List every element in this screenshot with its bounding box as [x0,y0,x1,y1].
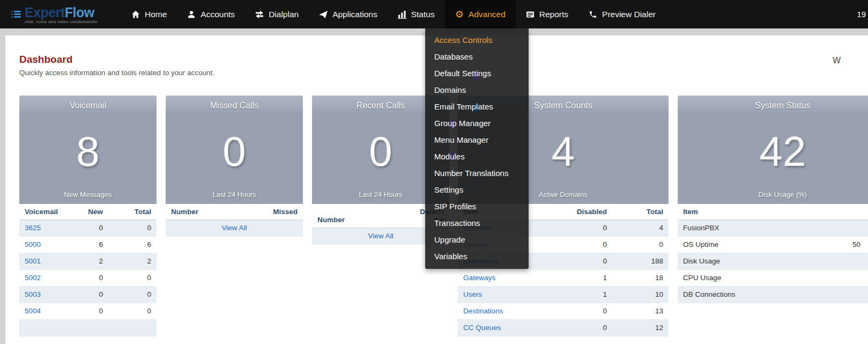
paper-plane-icon [319,10,328,19]
count-item-link[interactable]: Users [463,290,482,298]
status-item: FusionPBX [678,220,847,237]
nav-item-label: Applications [332,10,377,19]
nav-item-label: Status [411,10,435,19]
view-all-link[interactable]: View All [368,232,393,240]
missed-calls-count: 0 [166,115,303,172]
menu-item-number-translations[interactable]: Number Translations [425,165,529,181]
table-row: 5003 0 0 [19,287,157,303]
table-row: 5001 2 2 [19,253,157,270]
brand-logo[interactable]: ExpertFlow chat, voice and video contact… [14,5,121,24]
cell-total: 4 [612,220,669,237]
menu-item-menu-manager[interactable]: Menu Manager [425,131,529,148]
cell-disabled: 1 [559,270,612,287]
bar-chart-icon [398,10,406,19]
nav-item-status[interactable]: Status [388,0,445,28]
column-header-disabled: Disabled [559,204,612,220]
column-header-total: Total [108,204,157,220]
cell-disabled: 1 [559,287,612,303]
panel-title: Voicemail [19,96,157,115]
nav-item-home[interactable]: Home [121,0,177,28]
table-row-empty [19,320,157,336]
voicemail-extension-link[interactable]: 3625 [25,224,41,232]
missed-calls-count-label: Last 24 Hours [166,191,303,199]
page-title: Dashboard [19,54,72,65]
home-icon [131,10,140,19]
menu-item-default-settings[interactable]: Default Settings [425,65,529,82]
column-header-item: Item [678,204,847,220]
menu-item-domains[interactable]: Domains [425,82,529,98]
table-row: 5000 6 6 [19,237,157,253]
table-row: OS Uptime 50 [678,237,868,253]
column-header-value [847,204,868,220]
table-row: Gateways 1 18 [458,270,669,287]
panel-system-status: System Status 42 Disk Usage (%) Item Fus… [678,96,868,303]
column-header-missed: Missed [249,204,303,220]
cell-total: 10 [612,287,669,303]
menu-item-access-controls[interactable]: Access Controls [425,32,529,48]
voicemail-extension-link[interactable]: 5000 [25,240,41,248]
nav-item-accounts[interactable]: Accounts [177,0,245,28]
page-subtitle: Quickly access information and tools rel… [19,69,214,77]
status-value: 50 [847,237,868,253]
brand-logo-icon [14,11,21,18]
table-row: FusionPBX [678,220,868,237]
column-header-number: Number [166,204,249,220]
status-item: DB Connections [678,287,847,303]
column-header-new: New [65,204,108,220]
cell-new: 2 [65,253,108,270]
menu-item-email-templates[interactable]: Email Templates [425,98,529,115]
status-item: CPU Usage [678,270,847,287]
voicemail-extension-link[interactable]: 5004 [25,307,41,315]
cell-total: 12 [612,320,669,336]
nav-item-preview-dialer[interactable]: Preview Dialer [578,0,666,28]
cell-new: 0 [65,287,108,303]
menu-item-databases[interactable]: Databases [425,48,529,65]
menu-item-transactions[interactable]: Transactions [425,215,529,231]
menu-item-upgrade[interactable]: Upgrade [425,231,529,248]
cell-disabled: 0 [559,303,612,320]
cell-new: 0 [65,270,108,287]
nav-item-label: Accounts [201,10,235,19]
column-header-voicemail: Voicemail [19,204,65,220]
nav-item-reports[interactable]: Reports [516,0,578,28]
count-item-link[interactable]: Gateways [463,274,495,282]
cell-disabled: 0 [559,237,612,253]
menu-item-modules[interactable]: Modules [425,148,529,165]
count-item-link[interactable]: CC Queues [463,324,501,332]
menu-item-group-manager[interactable]: Group Manager [425,115,529,131]
brand-text: ExpertFlow chat, voice and video contact… [25,5,98,24]
view-all-link[interactable]: View All [221,224,247,232]
swap-arrows-icon [255,10,264,19]
advanced-dropdown-menu: Access Controls Databases Default Settin… [425,28,529,269]
column-header-total: Total [612,204,669,220]
menu-item-sip-profiles[interactable]: SIP Profiles [425,198,529,215]
nav-item-dialplan[interactable]: Dialplan [245,0,309,28]
user-icon [187,10,196,19]
voicemail-extension-link[interactable]: 5002 [25,274,41,282]
status-value [847,270,868,287]
status-value [847,253,868,270]
nav-item-advanced[interactable]: ⚙ Advanced [445,0,516,28]
menu-item-variables[interactable]: Variables [425,248,529,265]
brand-name-secondary: Flow [65,5,94,20]
panel-hud[interactable]: 42 Disk Usage (%) [678,115,868,204]
disk-usage-count: 42 [678,115,868,172]
panel-title: Missed Calls [166,96,303,115]
voicemail-extension-link[interactable]: 5003 [25,290,41,298]
cell-total: 0 [108,220,157,237]
welcome-text: W [833,56,841,65]
gear-icon: ⚙ [455,10,464,19]
menu-item-settings[interactable]: Settings [425,181,529,198]
nav-item-label: Dialplan [269,10,299,19]
count-item-link[interactable]: Destinations [463,307,503,315]
nav-item-label: Reports [539,10,568,19]
disk-usage-label: Disk Usage (%) [678,191,868,199]
voicemail-extension-link[interactable]: 5001 [25,257,41,265]
panel-hud[interactable]: 8 New Messages [19,115,157,204]
table-row: 5004 0 0 [19,303,157,320]
panel-hud[interactable]: 0 Last 24 Hours [166,115,303,204]
newspaper-icon [526,10,535,19]
table-row: Destinations 0 13 [458,303,669,320]
cell-new: 0 [65,303,108,320]
nav-item-applications[interactable]: Applications [309,0,388,28]
